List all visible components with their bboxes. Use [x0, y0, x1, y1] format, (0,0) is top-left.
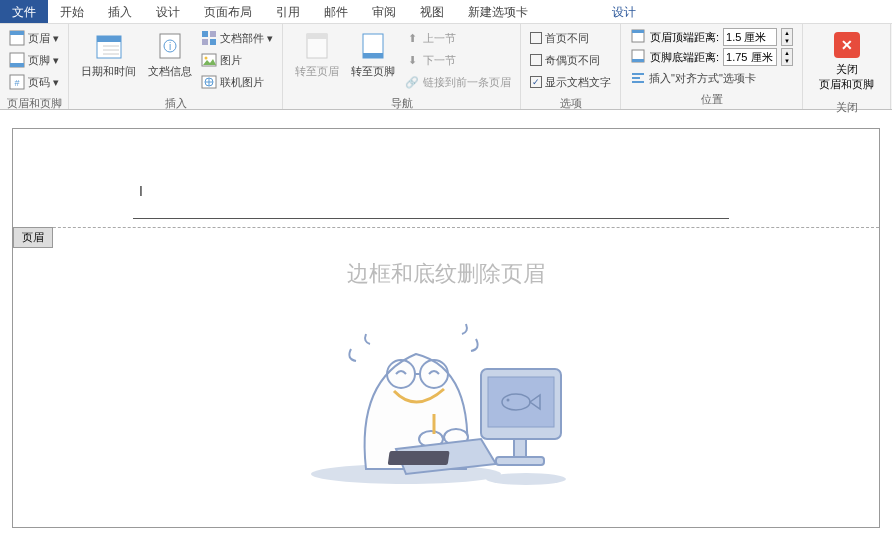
header-label: 页眉: [28, 31, 50, 46]
show-text-label: 显示文档文字: [545, 75, 611, 90]
svg-rect-16: [202, 39, 208, 45]
online-pic-button[interactable]: 联机图片: [201, 72, 273, 92]
document-area[interactable]: I 页眉 边框和底纹删除页眉: [12, 128, 880, 528]
tab-home[interactable]: 开始: [48, 0, 96, 23]
svg-rect-25: [363, 53, 383, 58]
close-hf-button[interactable]: ✕ 关闭 页眉和页脚: [809, 26, 884, 98]
goto-header-label: 转至页眉: [295, 64, 339, 79]
pagenum-icon: #: [9, 74, 25, 90]
parts-icon: [201, 30, 217, 46]
online-pic-label: 联机图片: [220, 75, 264, 90]
footer-dist-label: 页脚底端距离:: [650, 50, 719, 65]
docinfo-button[interactable]: i 文档信息: [142, 26, 198, 94]
spinner[interactable]: ▲▼: [781, 28, 793, 46]
header-button[interactable]: 页眉▾: [9, 28, 59, 48]
svg-rect-7: [97, 36, 121, 42]
group-label: 关闭: [809, 98, 884, 117]
header-boundary: [13, 227, 879, 228]
odd-even-check[interactable]: 奇偶页不同: [530, 50, 611, 70]
next-icon: ⬇: [404, 52, 420, 68]
svg-point-34: [486, 473, 566, 485]
svg-rect-23: [307, 34, 327, 39]
parts-label: 文档部件: [220, 31, 264, 46]
svg-text:#: #: [14, 78, 19, 88]
group-label: 导航: [289, 94, 514, 113]
svg-rect-43: [488, 377, 554, 427]
prev-label: 上一节: [423, 31, 456, 46]
header-icon: [9, 30, 25, 46]
tab-context-design[interactable]: 设计: [600, 0, 648, 23]
first-diff-check[interactable]: 首页不同: [530, 28, 611, 48]
tab-review[interactable]: 审阅: [360, 0, 408, 23]
group-position: 页眉顶端距离: ▲▼ 页脚底端距离: ▲▼ 插入"对齐方式"选项卡 位置: [621, 24, 803, 109]
picture-button[interactable]: 图片: [201, 50, 273, 70]
close-icon: ✕: [834, 32, 860, 58]
link-prev-button[interactable]: 🔗链接到前一条页眉: [404, 72, 511, 92]
goto-footer-icon: [357, 30, 389, 62]
show-text-check[interactable]: 显示文档文字: [530, 72, 611, 92]
svg-point-45: [507, 399, 510, 402]
tab-newtab[interactable]: 新建选项卡: [456, 0, 540, 23]
footer-button[interactable]: 页脚▾: [9, 50, 59, 70]
docinfo-label: 文档信息: [148, 64, 192, 79]
header-distance-row: 页眉顶端距离: ▲▼: [630, 28, 793, 46]
align-tab-icon: [630, 70, 646, 86]
svg-rect-47: [496, 457, 544, 465]
picture-label: 图片: [220, 53, 242, 68]
header-dist-icon: [630, 28, 646, 46]
svg-rect-27: [632, 30, 644, 33]
tab-view[interactable]: 视图: [408, 0, 456, 23]
picture-icon: [201, 52, 217, 68]
group-label: 位置: [627, 90, 796, 109]
pagenum-button[interactable]: #页码▾: [9, 72, 59, 92]
group-label: 页眉和页脚: [6, 94, 62, 113]
svg-rect-3: [10, 63, 24, 67]
watermark-text: 边框和底纹删除页眉: [13, 259, 879, 289]
group-insert: 日期和时间 i 文档信息 文档部件▾ 图片 联机图片 插入: [69, 24, 283, 109]
checkbox-icon: [530, 32, 542, 44]
dropdown-icon: ▾: [267, 32, 273, 45]
next-label: 下一节: [423, 53, 456, 68]
footer-dist-input[interactable]: [723, 48, 777, 66]
align-tab-button[interactable]: 插入"对齐方式"选项卡: [630, 68, 793, 88]
svg-rect-41: [388, 451, 450, 465]
tab-mail[interactable]: 邮件: [312, 0, 360, 23]
tab-references[interactable]: 引用: [264, 0, 312, 23]
dropdown-icon: ▾: [53, 76, 59, 89]
group-label: 插入: [75, 94, 276, 113]
goto-footer-button[interactable]: 转至页脚: [345, 26, 401, 94]
tab-design[interactable]: 设计: [144, 0, 192, 23]
first-diff-label: 首页不同: [545, 31, 589, 46]
svg-rect-31: [632, 77, 640, 79]
ribbon-tabs: 文件 开始 插入 设计 页面布局 引用 邮件 审阅 视图 新建选项卡 设计: [0, 0, 892, 24]
next-section-button[interactable]: ⬇下一节: [404, 50, 511, 70]
group-navigation: 转至页眉 转至页脚 ⬆上一节 ⬇下一节 🔗链接到前一条页眉 导航: [283, 24, 521, 109]
calendar-icon: [93, 30, 125, 62]
prev-section-button[interactable]: ⬆上一节: [404, 28, 511, 48]
odd-even-label: 奇偶页不同: [545, 53, 600, 68]
illustration: [316, 299, 576, 499]
goto-footer-label: 转至页脚: [351, 64, 395, 79]
tab-file[interactable]: 文件: [0, 0, 48, 23]
svg-rect-46: [514, 439, 526, 457]
align-tab-label: 插入"对齐方式"选项卡: [649, 71, 756, 86]
tab-insert[interactable]: 插入: [96, 0, 144, 23]
svg-rect-30: [632, 73, 644, 75]
header-dist-input[interactable]: [723, 28, 777, 46]
footer-icon: [9, 52, 25, 68]
close-label1: 关闭: [836, 62, 858, 77]
group-header-footer: 页眉▾ 页脚▾ #页码▾ 页眉和页脚: [0, 24, 69, 109]
datetime-button[interactable]: 日期和时间: [75, 26, 142, 94]
link-icon: 🔗: [404, 74, 420, 90]
svg-rect-17: [210, 39, 216, 45]
header-edit-zone[interactable]: [133, 189, 729, 219]
tab-layout[interactable]: 页面布局: [192, 0, 264, 23]
docinfo-icon: i: [154, 30, 186, 62]
spinner[interactable]: ▲▼: [781, 48, 793, 66]
parts-button[interactable]: 文档部件▾: [201, 28, 273, 48]
goto-header-button[interactable]: 转至页眉: [289, 26, 345, 94]
pagenum-label: 页码: [28, 75, 50, 90]
svg-rect-1: [10, 31, 24, 35]
group-options: 首页不同 奇偶页不同 显示文档文字 选项: [521, 24, 621, 109]
footer-distance-row: 页脚底端距离: ▲▼: [630, 48, 793, 66]
